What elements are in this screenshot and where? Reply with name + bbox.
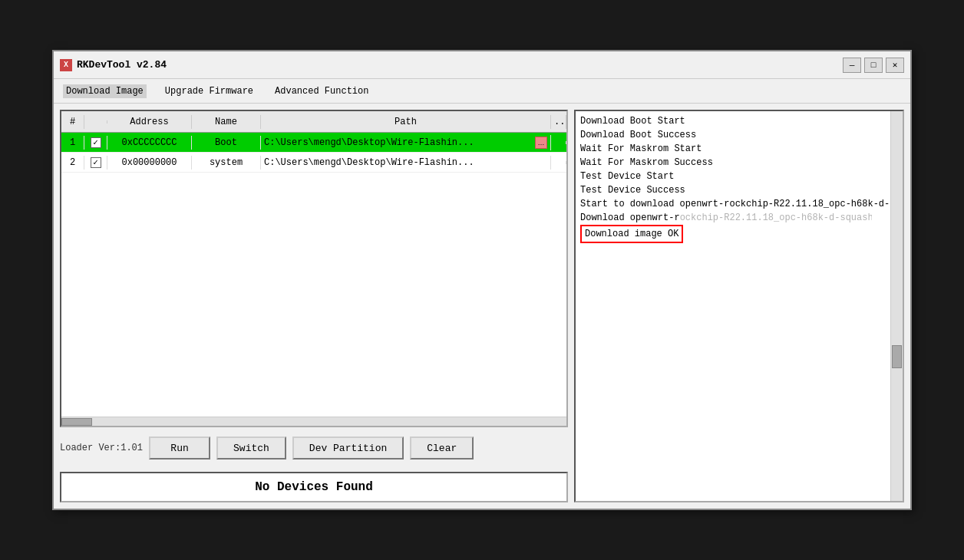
status-bar: No Devices Found [60, 472, 568, 502]
title-bar: X RKDevTool v2.84 — □ ✕ [54, 51, 910, 79]
row2-check[interactable]: ✓ [84, 156, 107, 170]
row2-checkbox[interactable]: ✓ [91, 157, 101, 168]
table-row: 1 ✓ 0xCCCCCCCC Boot C:\Users\mengd\Deskt… [61, 133, 566, 153]
row1-more [551, 141, 566, 144]
main-content: # Address Name Path ... 1 ✓ 0xCCCCCCCC [54, 104, 910, 509]
switch-button[interactable]: Switch [216, 436, 286, 460]
row1-address: 0xCCCCCCCC [107, 136, 192, 150]
title-controls: — □ ✕ [843, 58, 904, 73]
maximize-button[interactable]: □ [864, 58, 883, 73]
row1-path-text: C:\Users\mengd\Desktop\Wire-Flashin... [264, 137, 535, 148]
menu-upgrade-firmware[interactable]: Upgrade Firmware [162, 84, 256, 98]
col-address: Address [107, 115, 192, 129]
bottom-controls: Loader Ver:1.01 Run Switch Dev Partition… [60, 433, 568, 463]
main-window: X RKDevTool v2.84 — □ ✕ Download Image U… [52, 50, 912, 510]
row1-checkbox[interactable]: ✓ [91, 137, 101, 148]
status-text: No Devices Found [255, 480, 373, 494]
log-line: Test Device Start [580, 170, 898, 183]
log-highlight-line: Download image OK [580, 225, 898, 243]
row2-path: C:\Users\mengd\Desktop\Wire-Flashin... [261, 156, 551, 170]
log-line: Wait For Maskrom Success [580, 156, 898, 170]
log-line: Download Boot Start [580, 114, 898, 128]
log-line: Download openwrt-rockchip-R22.11.18_opc-… [580, 211, 872, 225]
horizontal-scrollbar[interactable] [61, 417, 566, 426]
col-more: ... [551, 115, 566, 129]
window-title: RKDevTool v2.84 [77, 59, 167, 71]
menu-advanced-function[interactable]: Advanced Function [272, 84, 371, 98]
log-line: Download Boot Success [580, 128, 898, 142]
col-path: Path [261, 115, 551, 129]
left-panel: # Address Name Path ... 1 ✓ 0xCCCCCCCC [60, 110, 568, 502]
loader-version: Loader Ver:1.01 [60, 443, 143, 453]
row2-num: 2 [61, 156, 84, 170]
minimize-button[interactable]: — [843, 58, 861, 73]
col-check [84, 120, 107, 124]
row2-path-text: C:\Users\mengd\Desktop\Wire-Flashin... [264, 157, 547, 168]
row2-more [551, 161, 566, 164]
scrollbar-thumb[interactable] [892, 345, 902, 368]
row1-check[interactable]: ✓ [84, 136, 107, 150]
log-panel: Download Boot Start Download Boot Succes… [574, 110, 904, 502]
log-line: Wait For Maskrom Start [580, 142, 898, 156]
row1-path-button[interactable]: … [535, 137, 547, 149]
log-content: Download Boot Start Download Boot Succes… [576, 111, 903, 501]
menu-bar: Download Image Upgrade Firmware Advanced… [54, 79, 910, 104]
log-line: Test Device Success [580, 183, 898, 197]
row1-path: C:\Users\mengd\Desktop\Wire-Flashin... … [261, 135, 551, 150]
dev-partition-button[interactable]: Dev Partition [292, 436, 404, 460]
app-icon: X [60, 59, 72, 71]
col-name: Name [192, 115, 261, 129]
close-button[interactable]: ✕ [886, 58, 904, 73]
row1-name: Boot [192, 136, 261, 150]
menu-download-image[interactable]: Download Image [63, 84, 147, 98]
row2-address: 0x00000000 [107, 156, 192, 170]
table-body: 1 ✓ 0xCCCCCCCC Boot C:\Users\mengd\Deskt… [61, 133, 566, 417]
clear-button[interactable]: Clear [410, 436, 474, 460]
scrollbar-thumb[interactable] [61, 418, 92, 426]
download-image-ok-label: Download image OK [580, 225, 683, 243]
run-button[interactable]: Run [149, 436, 210, 460]
row2-name: system [192, 156, 261, 170]
col-num: # [61, 115, 84, 129]
vertical-scrollbar[interactable] [890, 111, 903, 501]
title-bar-left: X RKDevTool v2.84 [60, 59, 167, 71]
image-table: # Address Name Path ... 1 ✓ 0xCCCCCCCC [60, 110, 568, 427]
row1-num: 1 [61, 136, 84, 150]
table-header: # Address Name Path ... [61, 111, 566, 133]
log-line: Start to download openwrt-rockchip-R22.1… [580, 197, 898, 211]
table-row: 2 ✓ 0x00000000 system C:\Users\mengd\Des… [61, 153, 566, 173]
